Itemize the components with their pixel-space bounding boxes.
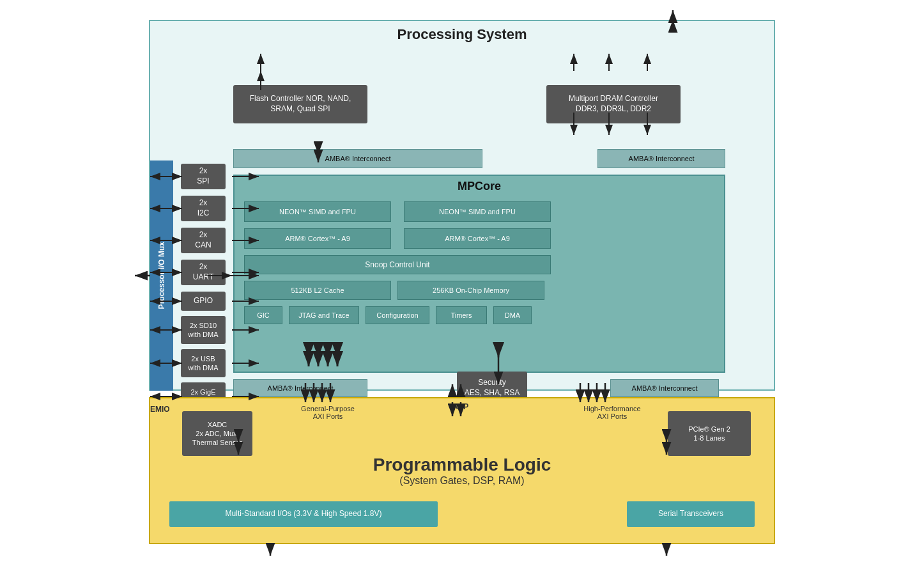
- emio-label: EMIO: [150, 405, 170, 414]
- dma-box: DMA: [493, 306, 532, 324]
- amba-interconnect-bottom-left: AMBA® Interconnect: [233, 379, 367, 397]
- dram-controller-label: Multiport DRAM ControllerDDR3, DDR3L, DD…: [569, 94, 658, 114]
- neon-right-label: NEON™ SIMD and FPU: [439, 208, 516, 215]
- pcie-label: PCIe® Gen 21-8 Lanes: [688, 425, 730, 443]
- io-uart-label: 2xUART: [193, 262, 213, 282]
- io-can-label: 2xCAN: [195, 230, 211, 250]
- io-i2c-box: 2xI2C: [181, 196, 226, 221]
- io-sdio-box: 2x SD10with DMA: [181, 316, 226, 344]
- gp-axi-label: General-PurposeAXI Ports: [296, 405, 360, 420]
- config-box: Configuration: [366, 306, 429, 324]
- cortex-left-label: ARM® Cortex™ - A9: [285, 235, 350, 242]
- io-uart-box: 2xUART: [181, 260, 226, 285]
- jtag-label: JTAG and Trace: [298, 311, 349, 319]
- amba-bottom-right-label: AMBA® Interconnect: [632, 384, 698, 392]
- amba-interconnect-top-right: AMBA® Interconnect: [597, 149, 725, 168]
- neon-left-label: NEON™ SIMD and FPU: [279, 208, 356, 215]
- amba-top-left-label: AMBA® Interconnect: [325, 155, 391, 162]
- cortex-right-box: ARM® Cortex™ - A9: [404, 228, 551, 249]
- diagram-container: Processing System Flash Controller NOR, …: [111, 7, 813, 557]
- amba-interconnect-top-left: AMBA® Interconnect: [233, 149, 482, 168]
- serial-transceivers-label: Serial Transceivers: [658, 509, 723, 519]
- io-gpio-box: GPIO: [181, 292, 226, 311]
- security-label: SecurityAES, SHA, RSA: [465, 378, 520, 398]
- timers-label: Timers: [450, 311, 472, 319]
- amba-top-right-label: AMBA® Interconnect: [629, 155, 695, 162]
- io-usb-label: 2x USBwith DMA: [188, 354, 218, 373]
- timers-box: Timers: [436, 306, 487, 324]
- amba-bottom-left-label: AMBA® Interconnect: [268, 384, 334, 392]
- processing-system-title: Processing System: [150, 26, 774, 43]
- io-can-box: 2xCAN: [181, 228, 226, 253]
- l2-cache-box: 512KB L2 Cache: [244, 281, 391, 300]
- onchip-memory-box: 256KB On-Chip Memory: [397, 281, 544, 300]
- io-gpio-label: GPIO: [194, 296, 213, 306]
- onchip-memory-label: 256KB On-Chip Memory: [433, 286, 509, 294]
- l2-cache-label: 512KB L2 Cache: [291, 286, 344, 294]
- snoop-control-label: Snoop Control Unit: [365, 260, 429, 269]
- io-sdio-label: 2x SD10with DMA: [188, 321, 218, 340]
- io-usb-box: 2x USBwith DMA: [181, 349, 226, 377]
- io-i2c-label: 2xI2C: [197, 198, 210, 218]
- neon-right-box: NEON™ SIMD and FPU: [404, 201, 551, 222]
- config-label: Configuration: [376, 311, 418, 319]
- programmable-logic-title: Programmable Logic (System Gates, DSP, R…: [373, 455, 551, 487]
- dma-label: DMA: [505, 311, 520, 319]
- cortex-left-box: ARM® Cortex™ - A9: [244, 228, 391, 249]
- io-mux-label: Processor I/O Mux: [157, 242, 166, 309]
- mpcore-box: MPCore NEON™ SIMD and FPU NEON™ SIMD and…: [233, 175, 725, 373]
- gic-box: GIC: [244, 306, 282, 324]
- programmable-logic-main-label: Programmable Logic: [373, 455, 551, 475]
- jtag-box: JTAG and Trace: [289, 306, 359, 324]
- dram-controller-box: Multiport DRAM ControllerDDR3, DDR3L, DD…: [546, 85, 681, 123]
- flash-controller-box: Flash Controller NOR, NAND,SRAM, Quad SP…: [233, 85, 367, 123]
- mpcore-title: MPCore: [235, 180, 724, 193]
- pcie-box: PCIe® Gen 21-8 Lanes: [668, 411, 751, 456]
- snoop-control-box: Snoop Control Unit: [244, 255, 551, 274]
- multi-standard-io-label: Multi-Standard I/Os (3.3V & High Speed 1…: [226, 509, 382, 519]
- io-spi-box: 2xSPI: [181, 164, 226, 189]
- acp-label: ACP: [452, 402, 468, 411]
- flash-controller-label: Flash Controller NOR, NAND,SRAM, Quad SP…: [250, 94, 351, 114]
- gic-label: GIC: [257, 311, 270, 319]
- amba-interconnect-bottom-right: AMBA® Interconnect: [610, 379, 719, 397]
- io-spi-label: 2xSPI: [197, 166, 209, 186]
- programmable-logic-sub-label: (System Gates, DSP, RAM): [373, 475, 551, 487]
- multi-standard-io-box: Multi-Standard I/Os (3.3V & High Speed 1…: [169, 501, 438, 527]
- neon-left-box: NEON™ SIMD and FPU: [244, 201, 391, 222]
- cortex-right-label: ARM® Cortex™ - A9: [445, 235, 510, 242]
- processing-system-box: Processing System Flash Controller NOR, …: [149, 20, 775, 391]
- hp-axi-label: High-PerformanceAXI Ports: [571, 405, 654, 420]
- serial-transceivers-box: Serial Transceivers: [627, 501, 755, 527]
- io-mux-bar: Processor I/O Mux: [150, 161, 173, 391]
- programmable-logic-box: XADC2x ADC, Mux,Thermal Sensor PCIe® Gen…: [149, 397, 775, 544]
- xadc-label: XADC2x ADC, Mux,Thermal Sensor: [192, 420, 242, 448]
- xadc-box: XADC2x ADC, Mux,Thermal Sensor: [182, 411, 252, 456]
